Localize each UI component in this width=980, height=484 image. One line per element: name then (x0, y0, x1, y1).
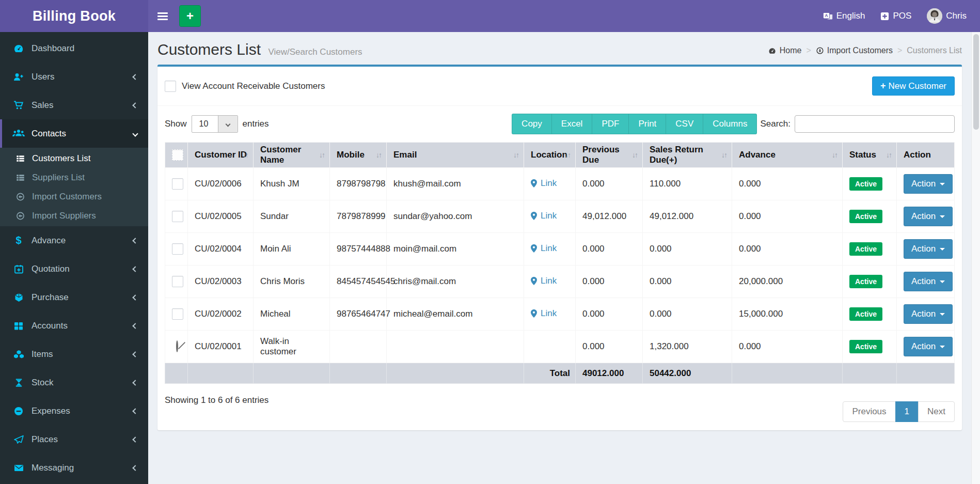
sidebar-item-dashboard[interactable]: Dashboard (0, 34, 148, 63)
caret-down-icon (940, 346, 945, 348)
cell-advance: 20,000.000 (732, 266, 843, 298)
pdf-button[interactable]: PDF (592, 114, 628, 134)
copy-button[interactable]: Copy (512, 114, 551, 134)
csv-button[interactable]: CSV (666, 114, 703, 134)
quick-add-button[interactable]: + (179, 5, 201, 27)
action-button[interactable]: Action (904, 337, 953, 356)
sidebar-item-messaging[interactable]: Messaging (0, 454, 148, 482)
sidebar-item-users[interactable]: Users (0, 63, 148, 91)
page-length-select[interactable]: 10 (192, 115, 238, 133)
cart-icon (12, 100, 25, 111)
row-checkbox[interactable] (172, 276, 183, 287)
previous-page-button[interactable]: Previous (843, 401, 895, 422)
col-customer-id[interactable]: Customer ID (188, 143, 254, 168)
breadcrumb-import-customers[interactable]: Import Customers (816, 46, 893, 55)
col-previous-due[interactable]: Previous Due (576, 143, 643, 168)
sort-icon[interactable] (319, 151, 324, 159)
sort-icon[interactable] (513, 151, 518, 159)
sort-icon[interactable] (721, 151, 726, 159)
col-customer-name[interactable]: Customer Name (254, 143, 330, 168)
action-button[interactable]: Action (904, 174, 953, 194)
sort-icon[interactable] (832, 151, 837, 159)
cell-email: chris@mail.com (387, 266, 524, 298)
new-customer-button[interactable]: New Customer (872, 76, 955, 96)
sidebar-item-contacts[interactable]: Contacts (0, 119, 148, 148)
language-menu[interactable]: A English (823, 11, 865, 21)
sidebar-item-sales[interactable]: Sales (0, 91, 148, 119)
cubes-icon (12, 349, 25, 360)
sidebar-item-expenses[interactable]: Expenses (0, 397, 148, 425)
location-link[interactable]: Link (531, 178, 557, 189)
cell-advance: 15,000.000 (732, 298, 843, 331)
action-button[interactable]: Action (904, 272, 953, 291)
col-location[interactable]: Location (524, 143, 576, 168)
col-mobile[interactable]: Mobile (330, 143, 387, 168)
search-input[interactable] (795, 115, 955, 133)
cell-sales-return-due: 1,320.000 (643, 331, 732, 363)
user-menu[interactable]: Chris (927, 8, 967, 24)
action-button[interactable]: Action (904, 207, 953, 226)
not-selectable-icon (176, 340, 178, 352)
action-button[interactable]: Action (904, 239, 953, 259)
excel-button[interactable]: Excel (551, 114, 592, 134)
app-logo[interactable]: Billing Book (0, 0, 148, 32)
sort-icon[interactable] (376, 151, 381, 159)
action-button[interactable]: Action (904, 304, 953, 324)
cell-customer-name: Moin Ali (254, 233, 330, 266)
map-pin-icon (531, 244, 537, 253)
col-email[interactable]: Email (387, 143, 524, 168)
next-page-button[interactable]: Next (918, 401, 955, 422)
cell-advance: 0.000 (732, 200, 843, 233)
location-link[interactable]: Link (531, 276, 557, 286)
sidebar-item-import-customers[interactable]: Import Customers (0, 187, 148, 206)
page-1-button[interactable]: 1 (895, 401, 919, 422)
col-status[interactable]: Status (843, 143, 897, 168)
print-button[interactable]: Print (628, 114, 666, 134)
cell-previous-due: 0.000 (576, 298, 643, 331)
sidebar-item-import-suppliers[interactable]: Import Suppliers (0, 206, 148, 225)
sidebar-item-items[interactable]: Items (0, 340, 148, 368)
sidebar-item-accounts[interactable]: Accounts (0, 311, 148, 340)
cell-sales-return-due: 0.000 (643, 266, 732, 298)
pos-button[interactable]: POS (880, 11, 911, 21)
sort-icon[interactable] (565, 151, 570, 159)
cell-customer-name: Micheal (254, 298, 330, 331)
scrollbar-track[interactable] (971, 32, 980, 484)
location-link[interactable]: Link (531, 308, 557, 319)
columns-button[interactable]: Columns (703, 114, 757, 134)
chevron-left-icon (132, 408, 138, 414)
hourglass-icon (12, 378, 25, 388)
sort-icon[interactable] (632, 151, 637, 159)
location-link[interactable]: Link (531, 211, 557, 221)
plus-icon: + (186, 9, 194, 23)
col-advance[interactable]: Advance (732, 143, 843, 168)
breadcrumb-home[interactable]: Home (768, 46, 802, 55)
status-badge: Active (849, 275, 882, 288)
sidebar-item-stock[interactable]: Stock (0, 368, 148, 397)
pagination: Previous 1 Next (843, 401, 955, 422)
sort-icon[interactable] (243, 151, 248, 159)
row-checkbox[interactable] (172, 211, 183, 222)
cell-previous-due: 49,012.000 (576, 200, 643, 233)
sidebar-item-customers-list[interactable]: Customers List (0, 149, 148, 168)
sidebar-toggle-icon[interactable] (157, 11, 170, 21)
sort-icon[interactable] (886, 151, 891, 159)
location-link[interactable]: Link (531, 243, 557, 254)
sidebar-item-places[interactable]: Places (0, 425, 148, 454)
plus-icon (880, 81, 886, 91)
col-sales-return-due[interactable]: Sales Return Due(+) (643, 143, 732, 168)
select-all-header[interactable] (165, 143, 188, 168)
row-checkbox[interactable] (172, 308, 183, 320)
row-checkbox[interactable] (172, 243, 183, 255)
cell-mobile: 7879878999 (330, 200, 387, 233)
select-all-checkbox[interactable] (172, 149, 183, 161)
show-label: Show (165, 119, 187, 129)
sidebar-item-suppliers-list[interactable]: Suppliers List (0, 168, 148, 187)
sidebar-item-purchase[interactable]: Purchase (0, 283, 148, 311)
row-checkbox[interactable] (172, 178, 183, 190)
customers-card: View Account Receivable Customers New Cu… (157, 65, 962, 430)
sidebar-item-advance[interactable]: $ Advance (0, 226, 148, 255)
view-ar-checkbox[interactable] (165, 81, 176, 92)
sidebar-item-quotation[interactable]: Quotation (0, 255, 148, 283)
scrollbar-thumb[interactable] (973, 34, 979, 130)
